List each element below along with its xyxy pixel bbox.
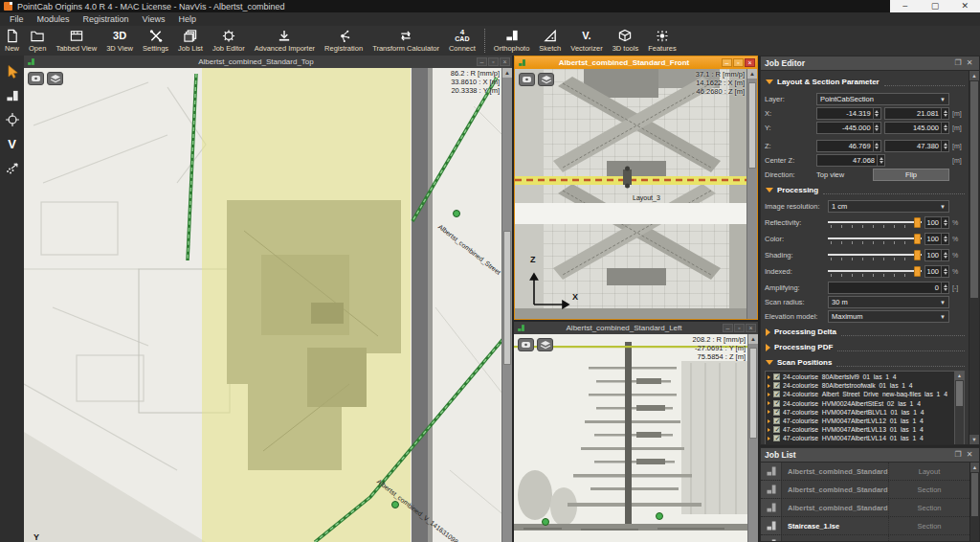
section-processing[interactable]: Processing	[765, 184, 965, 196]
reflectivity-value[interactable]: 100	[924, 216, 949, 229]
expand-triangle-icon[interactable]	[766, 344, 770, 351]
shading-value[interactable]: 100	[924, 249, 949, 261]
slider-handle[interactable]	[914, 234, 921, 244]
slider-handle[interactable]	[914, 217, 921, 228]
3d-view-button[interactable]: 3D 3D View	[101, 26, 138, 53]
layers-button[interactable]	[47, 72, 63, 85]
menu-file[interactable]: File	[3, 14, 31, 24]
scroll-thumb[interactable]	[956, 381, 963, 406]
tabbed-view-button[interactable]: Tabbed View	[51, 26, 101, 53]
spinner-arrows-icon[interactable]	[877, 155, 884, 166]
section-processing-delta[interactable]: Processing Delta	[765, 326, 965, 338]
checkbox-checked[interactable]	[773, 418, 780, 424]
job-list-button[interactable]: Job List	[173, 26, 208, 53]
spinner-arrows-icon[interactable]	[941, 234, 948, 244]
collapse-triangle-icon[interactable]	[766, 360, 773, 365]
expand-triangle-icon[interactable]	[766, 328, 770, 336]
scroll-thumb[interactable]	[748, 82, 756, 169]
scroll-up-icon[interactable]: ▲	[748, 334, 758, 344]
scan-position-item[interactable]: 24-colourise_80Albertstroofwalk_01_las_1…	[767, 381, 952, 390]
slider-handle[interactable]	[914, 250, 921, 260]
spinner-arrows-icon[interactable]	[941, 282, 948, 293]
float-panel-icon[interactable]: ❐	[952, 56, 964, 70]
restore-button[interactable]: ▢	[925, 0, 945, 12]
viewport-close-button[interactable]: ×	[745, 58, 755, 67]
layers-button[interactable]	[537, 338, 553, 351]
viewport-left-titlebar[interactable]: Albertst_combined_Standard_Left – ▫ ×	[514, 322, 758, 334]
scroll-up-icon[interactable]: ▲	[970, 463, 979, 472]
orthophoto-button[interactable]: Orthophoto	[489, 26, 535, 53]
features-button[interactable]: Features	[643, 26, 681, 53]
expand-caret-icon[interactable]	[768, 428, 770, 432]
spinner-arrows-icon[interactable]	[873, 108, 880, 119]
spinner-arrows-icon[interactable]	[941, 217, 948, 228]
viewport-left-canvas[interactable]: 208.2 : R [mm/p] -27.0691 : Y [m] 75.585…	[514, 334, 758, 542]
center-z-field[interactable]: 47.068	[816, 154, 885, 167]
spinner-arrows-icon[interactable]	[941, 141, 948, 151]
section-processing-pdf[interactable]: Processing PDF	[765, 341, 965, 353]
pan-mode-button[interactable]	[519, 73, 535, 86]
x-min-field[interactable]: -14.319	[816, 107, 881, 120]
menu-help[interactable]: Help	[171, 14, 203, 24]
vectorizer-button[interactable]: V. Vectorizer	[566, 26, 607, 53]
pan-mode-button[interactable]	[28, 72, 44, 85]
scroll-thumb[interactable]	[749, 348, 757, 439]
amplifying-field[interactable]: 0	[828, 282, 949, 294]
scan-position-item[interactable]: 47-colourise_HVM0047AlbertBLVL1_01_las_1…	[767, 408, 952, 417]
job-editor-scrollbar[interactable]: ▲ ▼	[969, 71, 979, 444]
open-button[interactable]: Open	[24, 26, 51, 53]
checkbox-checked[interactable]	[773, 409, 780, 416]
collapse-triangle-icon[interactable]	[766, 79, 773, 84]
job-list-scrollbar[interactable]: ▲	[969, 463, 979, 541]
elevation-model-dropdown[interactable]: Maximum▼	[828, 310, 949, 323]
scroll-down-icon[interactable]: ▼	[969, 435, 979, 444]
scroll-up-icon[interactable]: ▲	[747, 69, 757, 79]
job-editor-button[interactable]: Job Editor	[208, 26, 250, 53]
reflectivity-slider[interactable]	[828, 217, 922, 229]
new-button[interactable]: New	[0, 26, 24, 53]
x-max-field[interactable]: 21.081	[884, 107, 949, 120]
menu-views[interactable]: Views	[136, 14, 172, 24]
scan-position-item[interactable]: 24-colourise_80Albertslvl9_01_las_1_4	[767, 373, 952, 381]
spinner-arrows-icon[interactable]	[941, 123, 948, 133]
viewport-minimize-button[interactable]: –	[722, 58, 732, 67]
spinner-arrows-icon[interactable]	[873, 141, 880, 151]
viewport-left-scrollbar[interactable]: ▲	[747, 334, 758, 542]
point-export-tool[interactable]	[4, 160, 21, 175]
color-slider[interactable]	[828, 234, 922, 245]
settings-button[interactable]: Settings	[138, 26, 173, 53]
job-editor-header[interactable]: Job Editor ❐ ✕	[761, 56, 979, 71]
viewport-restore-button[interactable]: ▫	[734, 324, 745, 332]
expand-caret-icon[interactable]	[768, 384, 770, 388]
expand-caret-icon[interactable]	[768, 419, 770, 423]
checkbox-checked[interactable]	[773, 426, 780, 433]
select-cursor-tool[interactable]	[4, 64, 21, 79]
sketch-button[interactable]: Sketch	[534, 26, 566, 53]
spinner-arrows-icon[interactable]	[941, 108, 948, 119]
viewport-restore-button[interactable]: ▫	[733, 58, 744, 67]
spinner-arrows-icon[interactable]	[941, 250, 948, 260]
job-row[interactable]: Staircase_1.lse Section	[761, 517, 969, 535]
slider-handle[interactable]	[914, 266, 921, 277]
scan-position-item[interactable]: 24-colourise_Albert_Street_Drive_new-bag…	[767, 390, 952, 398]
expand-caret-icon[interactable]	[768, 437, 770, 440]
collapse-triangle-icon[interactable]	[766, 188, 773, 192]
scroll-up-icon[interactable]: ▲	[969, 71, 979, 80]
indexed-slider[interactable]	[828, 266, 922, 278]
connect-button[interactable]: 4CAD Connect	[444, 26, 480, 53]
viewport-restore-button[interactable]: ▫	[488, 57, 499, 66]
transform-calculator-button[interactable]: Transform Calculator	[368, 26, 444, 53]
section-crosshair-tool[interactable]	[4, 112, 21, 127]
menu-registration[interactable]: Registration	[77, 14, 136, 24]
flip-button[interactable]: Flip	[873, 169, 949, 181]
float-panel-icon[interactable]: ❐	[952, 448, 964, 462]
scroll-thumb[interactable]	[970, 81, 978, 298]
close-panel-icon[interactable]: ✕	[964, 56, 975, 70]
spinner-arrows-icon[interactable]	[941, 266, 948, 277]
job-row[interactable]: OG4.lse Layout	[761, 535, 969, 541]
checkbox-checked[interactable]	[773, 382, 780, 389]
checkbox-checked[interactable]	[773, 391, 780, 397]
scan-position-item[interactable]: 47-colourise_HVM0047AlbertLVL12_01_las_1…	[767, 417, 952, 425]
3d-tools-button[interactable]: 3D tools	[608, 26, 644, 53]
pan-mode-button[interactable]	[518, 338, 534, 351]
